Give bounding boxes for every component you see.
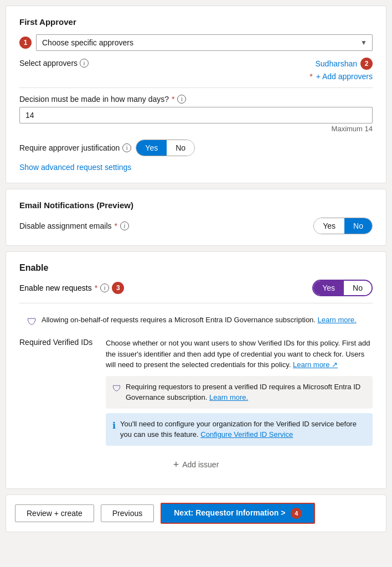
approver-select[interactable]: Choose specific approvers [36, 34, 373, 51]
review-create-button[interactable]: Review + create [15, 504, 94, 522]
governance-learn-more-link[interactable]: Learn more. [318, 316, 357, 324]
justification-row: Require approver justification i Yes No [19, 140, 373, 156]
governance-shield-icon: 🛡 [27, 316, 37, 328]
verified-ids-notice2-text: You'll need to configure your organizati… [120, 419, 366, 440]
verified-ids-content: Choose whether or not you want users to … [106, 338, 373, 446]
decision-required-star: * [172, 95, 174, 104]
disable-emails-yes-button[interactable]: Yes [314, 218, 344, 234]
select-approvers-row: Select approvers i Sudharshan 2 * + Add … [19, 58, 373, 81]
verified-ids-label: Required Verified IDs [19, 338, 97, 446]
badge-2: 2 [360, 58, 373, 70]
decision-days-label: Decision must be made in how many days? … [19, 95, 373, 104]
add-approvers-star: * [310, 72, 312, 81]
disable-emails-star: * [115, 221, 117, 230]
badge-1: 1 [19, 37, 32, 49]
justification-yes-button[interactable]: Yes [136, 140, 167, 156]
badge-4: 4 [291, 508, 302, 519]
enable-card: Enable Enable new requests * i 3 Yes No … [6, 251, 386, 489]
approver-select-wrapper: Choose specific approvers ▼ [36, 34, 373, 51]
badge-3: 3 [112, 282, 124, 294]
first-approver-card: First Approver 1 Choose specific approve… [6, 6, 386, 183]
add-issuer-plus-icon: + [173, 459, 179, 471]
justification-info-icon[interactable]: i [122, 143, 131, 152]
enable-section-title: Enable [19, 263, 373, 273]
verified-ids-section: Required Verified IDs Choose whether or … [19, 338, 373, 446]
enable-required-star: * [95, 284, 97, 292]
email-notifications-title: Email Notifications (Preview) [19, 200, 373, 210]
verified-ids-shield-icon: 🛡 [112, 382, 121, 395]
add-issuer-label: Add issuer [182, 460, 219, 469]
justification-toggle[interactable]: Yes No [136, 140, 195, 156]
verified-ids-notice1-text: Requiring requestors to present a verifi… [126, 382, 366, 403]
next-requestor-info-button[interactable]: Next: Requestor Information > 4 [161, 503, 315, 524]
disable-emails-label: Disable assignment emails * i [19, 221, 309, 230]
governance-banner: 🛡 Allowing on-behalf-of requests require… [19, 310, 373, 333]
email-notifications-card: Email Notifications (Preview) Disable as… [6, 189, 386, 246]
enable-yes-button[interactable]: Yes [313, 281, 344, 295]
enable-no-button[interactable]: No [344, 281, 372, 295]
previous-button[interactable]: Previous [101, 504, 154, 522]
verified-ids-learn-more-link[interactable]: Learn more ↗ [293, 360, 338, 369]
enable-label-group: Enable new requests * i 3 [19, 282, 308, 294]
approvers-right: Sudharshan 2 * + Add approvers [93, 58, 373, 81]
enable-new-requests-row: Enable new requests * i 3 Yes No [19, 280, 373, 296]
select-approvers-info-icon[interactable]: i [80, 59, 89, 68]
divider-1 [19, 87, 373, 88]
divider-2 [19, 303, 373, 303]
verified-ids-notice1-learn-link[interactable]: Learn more. [209, 393, 248, 401]
footer-bar: Review + create Previous Next: Requestor… [6, 494, 386, 532]
first-approver-title: First Approver [19, 17, 373, 27]
verified-ids-notice2: ℹ You'll need to configure your organiza… [106, 413, 373, 446]
disable-emails-toggle[interactable]: Yes No [313, 218, 373, 234]
verified-ids-notice1: 🛡 Requiring requestors to present a veri… [106, 376, 373, 409]
add-approvers-link[interactable]: + Add approvers [316, 72, 373, 81]
disable-emails-info-icon[interactable]: i [120, 221, 129, 230]
justification-label: Require approver justification i [19, 143, 131, 152]
add-issuer-row[interactable]: + Add issuer [19, 452, 373, 477]
advanced-request-settings-link[interactable]: Show advanced request settings [19, 163, 131, 172]
approver-name-link[interactable]: Sudharshan [315, 59, 357, 68]
governance-text: Allowing on-behalf-of requests requires … [42, 316, 357, 324]
justification-no-button[interactable]: No [167, 140, 194, 156]
enable-toggle-right: Yes No [312, 280, 373, 296]
maximum-label: Maximum 14 [19, 125, 373, 133]
configure-verified-id-link[interactable]: Configure Verified ID Service [200, 430, 293, 439]
disable-emails-no-button[interactable]: No [344, 218, 372, 234]
add-approvers-row: * + Add approvers [310, 72, 373, 81]
decision-info-icon[interactable]: i [177, 95, 186, 104]
info-circle-icon: ℹ [112, 419, 116, 432]
select-approvers-label: Select approvers i [19, 58, 89, 68]
decision-days-input[interactable] [19, 107, 373, 123]
enable-toggle[interactable]: Yes No [312, 280, 373, 296]
approver-select-row: 1 Choose specific approvers ▼ [19, 34, 373, 51]
disable-emails-row: Disable assignment emails * i Yes No [19, 218, 373, 234]
enable-info-icon[interactable]: i [100, 284, 109, 292]
